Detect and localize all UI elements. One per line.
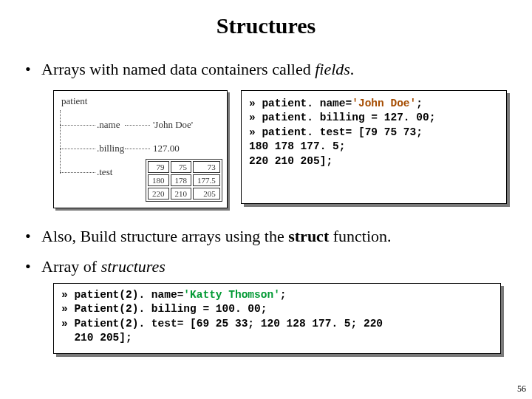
content-area: • Arrays with named data containers call… bbox=[0, 59, 532, 354]
diagram-test-grid: 79 75 73 180 178 177.5 220 210 205 bbox=[146, 159, 222, 202]
bullet-dot: • bbox=[25, 59, 41, 80]
code-line: » patient(2). name= bbox=[61, 289, 183, 301]
bullet-text: Also, Build structure arrays using the s… bbox=[41, 226, 507, 247]
code-line-end: ; bbox=[280, 289, 287, 301]
bullet-dot: • bbox=[25, 256, 41, 277]
grid-cell: 177.5 bbox=[193, 174, 220, 186]
grid-cell: 178 bbox=[171, 174, 192, 186]
code-line: » patient. billing = 127. 00; bbox=[249, 112, 435, 123]
diagram-root-label: patient bbox=[61, 95, 87, 107]
code-line: 220 210 205]; bbox=[249, 155, 332, 167]
structure-diagram: patient .name .billing .test 'John Doe' … bbox=[53, 90, 228, 208]
code-inner-1: » patient. name='John Doe'; » patient. b… bbox=[241, 90, 507, 204]
bullet-1-em: fields bbox=[315, 60, 350, 78]
diagram-inner: patient .name .billing .test 'John Doe' … bbox=[53, 90, 228, 208]
table-row: 79 75 73 bbox=[148, 161, 220, 173]
bullet-2-pre: Also, Build structure arrays using the bbox=[41, 227, 288, 245]
code-highlight: 'Katty Thomson' bbox=[183, 289, 280, 301]
table-row: 220 210 205 bbox=[148, 188, 220, 200]
diagram-value-billing: 127.00 bbox=[153, 143, 180, 154]
code-line: » Patient(2). billing = 100. 00; bbox=[61, 303, 267, 315]
grid-cell: 79 bbox=[148, 161, 169, 173]
grid-cell: 180 bbox=[148, 174, 169, 186]
bullet-1: • Arrays with named data containers call… bbox=[25, 59, 507, 80]
code-line: 180 178 177. 5; bbox=[249, 140, 346, 152]
grid-cell: 205 bbox=[193, 188, 220, 200]
bullet-1-post: . bbox=[350, 60, 355, 78]
diagram-dots-1 bbox=[125, 125, 150, 126]
code-block-2: » patient(2). name='Katty Thomson'; » Pa… bbox=[53, 283, 501, 354]
diagram-hline-3 bbox=[60, 172, 95, 173]
bullet-3: • Array of structures bbox=[25, 256, 507, 277]
diagram-field-name: .name bbox=[97, 119, 120, 131]
code-highlight: 'John Doe' bbox=[352, 98, 416, 109]
bullet-text: Arrays with named data containers called… bbox=[41, 59, 507, 80]
bullet-text: Array of structures bbox=[41, 256, 507, 277]
page-title: Structures bbox=[0, 13, 532, 38]
bullet-3-pre: Array of bbox=[41, 257, 101, 276]
code-line: 210 205]; bbox=[61, 332, 132, 344]
code-block-1: » patient. name='John Doe'; » patient. b… bbox=[241, 90, 507, 208]
diagram-value-name: 'John Doe' bbox=[153, 119, 193, 131]
diagram-field-billing: .billing bbox=[97, 143, 124, 154]
diagram-vline bbox=[60, 110, 61, 174]
code-line-end: ; bbox=[416, 98, 423, 109]
diagram-field-test: .test bbox=[97, 166, 112, 178]
bullet-1-pre: Arrays with named data containers called bbox=[41, 60, 315, 78]
bullet-2-em: struct bbox=[288, 227, 329, 245]
bullet-2: • Also, Build structure arrays using the… bbox=[25, 226, 507, 247]
code-line: » patient. name= bbox=[249, 98, 352, 109]
grid-cell: 210 bbox=[171, 188, 192, 200]
grid-cell: 73 bbox=[193, 161, 220, 173]
grid-cell: 75 bbox=[171, 161, 192, 173]
table-row: 180 178 177.5 bbox=[148, 174, 220, 186]
grid-cell: 220 bbox=[148, 188, 169, 200]
diagram-dots-2 bbox=[125, 149, 150, 149]
bullet-3-em: structures bbox=[101, 257, 166, 276]
bullet-dot: • bbox=[25, 226, 41, 247]
mid-row: patient .name .billing .test 'John Doe' … bbox=[53, 90, 507, 208]
code-inner-2: » patient(2). name='Katty Thomson'; » Pa… bbox=[53, 283, 501, 354]
code-line: » patient. test= [79 75 73; bbox=[249, 126, 423, 138]
bullet-2-post: function. bbox=[329, 227, 391, 245]
diagram-hline-1 bbox=[60, 125, 95, 126]
page-number: 56 bbox=[517, 383, 526, 395]
code-line: » Patient(2). test= [69 25 33; 120 128 1… bbox=[61, 318, 383, 330]
diagram-hline-2 bbox=[60, 149, 95, 149]
